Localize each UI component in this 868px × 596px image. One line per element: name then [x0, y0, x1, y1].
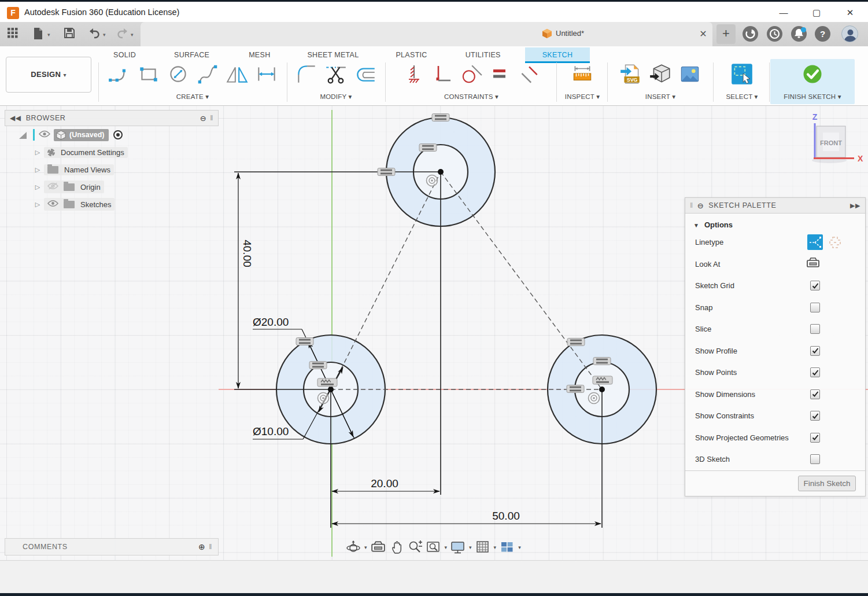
- panel-drag-handle[interactable]: ‖: [209, 543, 212, 551]
- select-tool-icon[interactable]: [730, 62, 754, 89]
- browser-header[interactable]: ◀◀ BROWSER ⊖ ‖: [5, 110, 219, 126]
- visibility-eye-icon[interactable]: [47, 199, 58, 209]
- browser-item-sketches[interactable]: ▷ Sketches: [5, 196, 219, 213]
- notifications-bell-icon[interactable]: [791, 26, 807, 42]
- mirror-tool-icon[interactable]: [225, 62, 249, 89]
- browser-item-document-settings[interactable]: ▷ Document Settings: [5, 144, 219, 161]
- viewcube-front-face[interactable]: FRONT: [820, 139, 842, 146]
- view-cube[interactable]: FRONT Z X: [812, 112, 863, 163]
- expand-caret-icon[interactable]: ▷: [31, 201, 44, 208]
- grid-caret-icon[interactable]: ▾: [494, 545, 497, 550]
- browser-item-origin[interactable]: ▷ Origin: [5, 178, 219, 196]
- options-section-header[interactable]: ▼Options: [685, 214, 865, 231]
- panel-drag-handle[interactable]: ‖: [210, 114, 213, 122]
- parallel-constraint-icon[interactable]: [516, 62, 541, 89]
- tangent-constraint-icon[interactable]: [459, 62, 483, 89]
- centerline-linetype-icon[interactable]: [828, 236, 842, 249]
- file-menu-icon[interactable]: [32, 27, 46, 41]
- insert-group-label[interactable]: INSERT ▾: [611, 93, 710, 101]
- expand-caret-icon[interactable]: ▷: [31, 149, 44, 156]
- dimension-lines[interactable]: [238, 173, 601, 524]
- redo-icon[interactable]: [116, 27, 130, 41]
- center-point-bottom-right[interactable]: [599, 387, 605, 392]
- look-at-icon[interactable]: [371, 540, 386, 555]
- file-menu-caret-icon[interactable]: ▾: [47, 32, 50, 38]
- circle-tool-icon[interactable]: [166, 62, 190, 89]
- snap-checkbox[interactable]: [810, 303, 820, 312]
- select-group-label[interactable]: SELECT ▾: [717, 93, 767, 101]
- offset-tool-icon[interactable]: [353, 62, 378, 89]
- show-projected-geometries-checkbox[interactable]: [810, 433, 820, 443]
- fit-icon[interactable]: [426, 540, 441, 555]
- job-status-clock-icon[interactable]: [767, 26, 782, 42]
- dimension-20[interactable]: 20.00: [371, 477, 398, 490]
- modify-group-label[interactable]: MODIFY ▾: [289, 93, 383, 101]
- viewports-caret-icon[interactable]: ▾: [518, 545, 521, 550]
- panel-minus-icon[interactable]: ⊖: [697, 201, 704, 210]
- orbit-caret-icon[interactable]: ▾: [364, 545, 367, 550]
- zoom-icon[interactable]: [408, 540, 423, 555]
- palette-header[interactable]: ‖ ⊖ SKETCH PALETTE ▶▶: [685, 198, 865, 214]
- center-point-bottom-left[interactable]: [328, 387, 334, 392]
- insert-svg-icon[interactable]: SVG: [619, 62, 643, 89]
- close-button[interactable]: ✕: [841, 6, 859, 19]
- browser-root-row[interactable]: (Unsaved): [5, 126, 219, 144]
- new-tab-button[interactable]: +: [716, 24, 736, 44]
- line-tool-icon[interactable]: [107, 62, 131, 89]
- document-tab[interactable]: Untitled* ✕: [141, 22, 712, 46]
- activate-radio-icon[interactable]: [113, 130, 123, 139]
- fillet-tool-icon[interactable]: [294, 62, 319, 89]
- help-icon[interactable]: ?: [815, 26, 830, 42]
- show-points-checkbox[interactable]: [810, 367, 820, 377]
- browser-item-named-views[interactable]: ▷ Named Views: [5, 161, 219, 178]
- fit-caret-icon[interactable]: ▾: [445, 545, 448, 550]
- undo-icon[interactable]: [88, 27, 102, 41]
- maximize-button[interactable]: ▢: [808, 6, 825, 19]
- collapse-panel-icon[interactable]: ◀◀: [10, 114, 21, 122]
- workspace-design-dropdown[interactable]: DESIGN ▾: [6, 57, 91, 93]
- finish-sketch-group-label[interactable]: FINISH SKETCH ▾: [770, 93, 855, 101]
- dimension-50[interactable]: 50.00: [492, 510, 520, 522]
- extensions-icon[interactable]: [743, 26, 758, 42]
- insert-canvas-image-icon[interactable]: [678, 62, 702, 89]
- 3d-sketch-checkbox[interactable]: [810, 454, 820, 464]
- orbit-icon[interactable]: [346, 540, 361, 555]
- minimize-button[interactable]: —: [775, 6, 792, 19]
- show-profile-checkbox[interactable]: [810, 346, 820, 356]
- perpendicular-constraint-icon[interactable]: [430, 62, 453, 89]
- rectangle-tool-icon[interactable]: [136, 62, 161, 89]
- constraints-group-label[interactable]: CONSTRAINTS ▾: [389, 93, 554, 101]
- sketch-dimension-tool-icon[interactable]: [254, 62, 279, 89]
- look-at-icon[interactable]: [806, 257, 820, 271]
- tab-close-icon[interactable]: ✕: [697, 28, 710, 41]
- spline-tool-icon[interactable]: [195, 62, 220, 89]
- display-caret-icon[interactable]: ▾: [469, 545, 472, 550]
- slice-checkbox[interactable]: [810, 324, 820, 334]
- panel-drag-handle[interactable]: ‖: [690, 201, 693, 209]
- expand-panel-icon[interactable]: ▶▶: [850, 202, 860, 209]
- sketch-grid-checkbox[interactable]: [810, 281, 820, 290]
- undo-caret-icon[interactable]: ▾: [103, 32, 106, 38]
- insert-mesh-icon[interactable]: [648, 62, 673, 89]
- fix-constraint-icon[interactable]: [402, 62, 425, 89]
- center-point-top[interactable]: [438, 169, 444, 175]
- construction-linetype-icon[interactable]: [807, 234, 823, 250]
- save-icon[interactable]: [64, 27, 77, 41]
- equal-constraint-icon[interactable]: [488, 62, 511, 89]
- dimension-diameter-10[interactable]: Ø10.00: [253, 425, 289, 437]
- user-avatar[interactable]: [841, 25, 858, 42]
- add-comment-icon[interactable]: ⊕: [198, 542, 205, 551]
- create-group-label[interactable]: CREATE ▾: [103, 93, 282, 101]
- dimension-40[interactable]: 40.00: [241, 240, 253, 267]
- finish-sketch-button[interactable]: Finish Sketch: [798, 476, 856, 491]
- pan-icon[interactable]: [389, 540, 404, 555]
- show-constraints-checkbox[interactable]: [810, 411, 820, 421]
- expand-caret-icon[interactable]: ▷: [31, 166, 44, 174]
- inspect-group-label[interactable]: INSPECT ▾: [560, 93, 605, 101]
- measure-tool-icon[interactable]: [570, 62, 594, 89]
- viewports-icon[interactable]: [500, 540, 515, 555]
- grid-settings-icon[interactable]: [475, 540, 490, 555]
- display-settings-icon[interactable]: [450, 540, 466, 555]
- trim-tool-icon[interactable]: [324, 62, 348, 89]
- redo-caret-icon[interactable]: ▾: [131, 32, 134, 38]
